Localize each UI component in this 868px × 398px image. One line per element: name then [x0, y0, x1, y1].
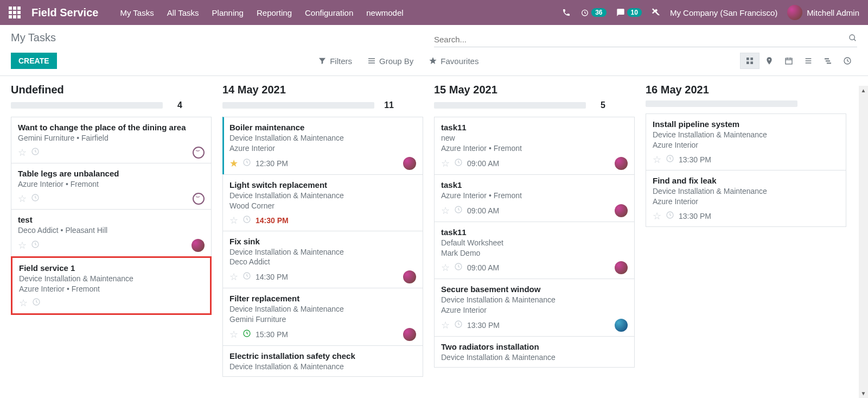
column-title[interactable]: 16 May 2021: [646, 84, 846, 96]
task-card[interactable]: testDeco Addict • Pleasant Hill☆: [11, 209, 212, 257]
task-card[interactable]: Fix sinkDevice Installation & Maintenanc…: [222, 231, 423, 289]
search-icon[interactable]: [848, 34, 857, 45]
company-name[interactable]: My Company (San Francisco): [670, 8, 777, 17]
task-card[interactable]: Light switch replacementDevice Installat…: [222, 174, 423, 231]
column-title[interactable]: 14 May 2021: [222, 84, 423, 96]
search-input[interactable]: [434, 35, 848, 44]
task-card[interactable]: task11newAzure Interior • Fremont☆09:00 …: [434, 117, 635, 175]
task-card[interactable]: Filter replacementDevice Installation & …: [222, 288, 423, 346]
smiley-icon[interactable]: [193, 147, 205, 159]
clock-icon[interactable]: [454, 158, 463, 169]
clock-icon[interactable]: [666, 154, 674, 165]
task-card[interactable]: task11Default WorksheetMark Demo☆09:00 A…: [434, 222, 635, 280]
smiley-icon[interactable]: [193, 193, 205, 205]
task-card[interactable]: Field service 1Device Installation & Mai…: [11, 256, 212, 315]
card-footer: ☆: [19, 297, 203, 309]
assignee-avatar-icon[interactable]: [403, 328, 416, 341]
star-icon[interactable]: ☆: [18, 193, 27, 205]
star-icon[interactable]: ☆: [441, 205, 450, 217]
progress-bar[interactable]: [434, 102, 586, 109]
star-icon[interactable]: ☆: [229, 271, 238, 283]
groupby-button[interactable]: Group By: [367, 56, 413, 66]
nav-reporting[interactable]: Reporting: [257, 8, 292, 17]
clock-icon[interactable]: [454, 320, 463, 331]
timer-icon[interactable]: 36: [580, 8, 606, 17]
user-menu[interactable]: Mitchell Admin: [787, 5, 859, 20]
clock-icon[interactable]: [454, 205, 463, 216]
view-map-icon[interactable]: [760, 53, 779, 69]
view-activity-icon[interactable]: [838, 53, 857, 69]
nav-all-tasks[interactable]: All Tasks: [167, 8, 199, 17]
scroll-up-icon[interactable]: ▲: [859, 86, 868, 95]
progress-bar[interactable]: [222, 102, 374, 109]
task-card[interactable]: Table legs are unbalancedAzure Interior …: [11, 163, 212, 210]
assignee-avatar-icon[interactable]: [403, 157, 416, 170]
clock-icon[interactable]: [32, 298, 41, 308]
scrollbar[interactable]: ▲ ▼: [859, 86, 868, 384]
column-progress-row: 4: [11, 100, 212, 110]
star-icon[interactable]: ☆: [18, 147, 27, 159]
star-icon[interactable]: ☆: [653, 210, 661, 222]
task-card[interactable]: task1Azure Interior • Fremont☆09:00 AM: [434, 174, 635, 222]
phone-icon[interactable]: [562, 8, 571, 17]
filters-button[interactable]: Filters: [318, 56, 352, 66]
column-title[interactable]: Undefined: [11, 84, 212, 96]
card-time: 13:30 PM: [467, 321, 500, 330]
task-card[interactable]: Electric installation safety checkDevice…: [222, 345, 423, 377]
star-icon[interactable]: ☆: [441, 262, 450, 274]
nav-newmodel[interactable]: newmodel: [366, 8, 403, 17]
task-card[interactable]: Want to change the place of the dining a…: [11, 117, 212, 163]
clock-icon[interactable]: [242, 329, 251, 340]
clock-icon[interactable]: [31, 147, 40, 158]
nav-planning[interactable]: Planning: [212, 8, 244, 17]
clock-icon[interactable]: [242, 271, 251, 282]
view-calendar-icon[interactable]: [779, 53, 799, 69]
clock-icon[interactable]: [242, 215, 251, 226]
kanban-column: 15 May 20215task11newAzure Interior • Fr…: [434, 84, 635, 376]
star-icon[interactable]: ☆: [18, 239, 27, 251]
create-button[interactable]: CREATE: [11, 53, 57, 69]
star-icon[interactable]: ☆: [653, 154, 661, 166]
clock-icon[interactable]: [242, 158, 251, 169]
star-icon[interactable]: ☆: [441, 157, 450, 169]
assignee-avatar-icon[interactable]: [615, 319, 628, 332]
assignee-avatar-icon[interactable]: [192, 239, 205, 252]
assignee-avatar-icon[interactable]: [615, 261, 628, 274]
progress-bar[interactable]: [646, 100, 797, 107]
column-title[interactable]: 15 May 2021: [434, 84, 635, 96]
assignee-avatar-icon[interactable]: [615, 157, 628, 170]
card-footer-left: ☆13:30 PM: [441, 319, 500, 331]
view-list-icon[interactable]: [799, 53, 818, 69]
progress-bar[interactable]: [11, 102, 163, 109]
clock-icon[interactable]: [454, 262, 463, 273]
task-card[interactable]: Boiler maintenanceDevice Installation & …: [222, 117, 423, 175]
clock-icon[interactable]: [31, 193, 40, 204]
messages-icon[interactable]: 10: [616, 8, 642, 17]
star-icon[interactable]: ★: [229, 157, 238, 169]
tools-icon[interactable]: [652, 8, 660, 17]
star-icon[interactable]: ☆: [229, 328, 238, 340]
assignee-avatar-icon[interactable]: [403, 270, 416, 283]
star-icon[interactable]: ☆: [441, 319, 450, 331]
card-footer: ☆13:30 PM: [441, 319, 628, 332]
view-gantt-icon[interactable]: [818, 53, 838, 69]
nav-links: My Tasks All Tasks Planning Reporting Co…: [120, 8, 403, 17]
nav-my-tasks[interactable]: My Tasks: [120, 8, 154, 17]
task-card[interactable]: Find and fix leakDevice Installation & M…: [646, 170, 846, 227]
task-card[interactable]: Secure basement windowDevice Installatio…: [434, 279, 635, 337]
apps-icon[interactable]: [9, 7, 21, 18]
clock-icon[interactable]: [31, 240, 40, 251]
task-card[interactable]: Install pipeline systemDevice Installati…: [646, 113, 846, 170]
app-brand[interactable]: Field Service: [31, 7, 98, 19]
task-card[interactable]: Two radiators installationDevice Install…: [434, 336, 635, 368]
card-title: Field service 1: [19, 263, 203, 273]
clock-icon[interactable]: [666, 211, 674, 222]
view-kanban-icon[interactable]: [740, 53, 760, 69]
assignee-avatar-icon[interactable]: [615, 204, 628, 217]
star-icon[interactable]: ☆: [19, 297, 28, 309]
search-bar[interactable]: [434, 31, 857, 47]
card-title: Boiler maintenance: [229, 123, 416, 132]
star-icon[interactable]: ☆: [229, 214, 238, 226]
nav-configuration[interactable]: Configuration: [305, 8, 353, 17]
favourites-button[interactable]: Favourites: [429, 56, 478, 66]
